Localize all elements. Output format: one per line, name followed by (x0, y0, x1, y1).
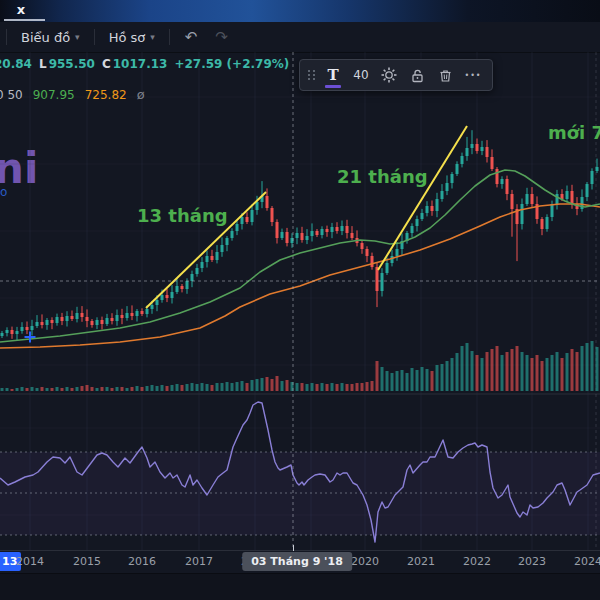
volume-bar (241, 381, 244, 391)
volume-bar (346, 384, 349, 391)
volume-bar (276, 376, 279, 391)
candle-body (251, 210, 254, 222)
volume-bar (406, 373, 409, 391)
axis-year-label: 2024 (574, 555, 600, 568)
text-color-button[interactable]: T (321, 63, 345, 87)
candle-body (231, 231, 234, 238)
volume-bar (131, 387, 134, 391)
candle-body (191, 274, 194, 281)
hide-indicator-icon[interactable]: ø (137, 87, 145, 102)
candle-body (411, 226, 414, 233)
volume-bar (171, 385, 174, 391)
candle-body (546, 217, 549, 229)
volume-bar (51, 388, 54, 391)
ohlc-value: 955.50 (49, 57, 95, 71)
candle-body (346, 226, 349, 233)
volume-bar (226, 382, 229, 391)
candle-body (486, 147, 489, 157)
volume-bar (516, 346, 519, 391)
volume-bar (531, 358, 534, 391)
volume-bar (266, 377, 269, 391)
candle-body (501, 179, 504, 184)
text-annotation[interactable]: 13 tháng (137, 205, 228, 226)
volume-bar (526, 355, 529, 391)
window-bottom-padding (0, 573, 600, 600)
candle-body (81, 313, 84, 317)
candle-body (276, 222, 279, 238)
volume-bar (396, 371, 399, 391)
volume-bar (431, 371, 434, 391)
candle-body (266, 196, 269, 208)
candle-body (166, 295, 169, 298)
candle-body (141, 311, 144, 314)
volume-bar (541, 361, 544, 391)
volume-bar (201, 383, 204, 391)
more-options-button[interactable]: ••• (461, 63, 485, 87)
volume-bar (521, 352, 524, 391)
candle-body (416, 219, 419, 226)
candle-body (446, 183, 449, 191)
candle-body (71, 316, 74, 319)
volume-bar (41, 387, 44, 391)
candle-body (426, 206, 429, 213)
volume-bar (336, 384, 339, 391)
text-annotation[interactable]: 21 tháng (337, 166, 428, 187)
axis-year-label: 2021 (407, 555, 435, 568)
time-axis[interactable]: 13 2014201520162017201820192020202120222… (0, 550, 600, 574)
axis-year-label: 2017 (185, 555, 213, 568)
lock-button[interactable] (405, 63, 429, 87)
settings-button[interactable] (377, 63, 401, 87)
volume-bar (441, 364, 444, 391)
volume-bar (451, 358, 454, 391)
candle-body (56, 317, 59, 323)
volume-bar (581, 346, 584, 391)
volume-bar (411, 368, 414, 391)
volume-bar (91, 387, 94, 391)
volume-bar (481, 358, 484, 391)
volume-bar (46, 388, 49, 391)
drag-handle-icon[interactable] (307, 63, 317, 87)
volume-bar (126, 388, 129, 391)
volume-bar (466, 343, 469, 391)
volume-bar (261, 378, 264, 391)
candle-body (221, 245, 224, 252)
volume-bar (161, 385, 164, 391)
delete-button[interactable] (433, 63, 457, 87)
volume-bar (321, 383, 324, 391)
volume-bar (116, 387, 119, 391)
candle-body (11, 330, 14, 334)
candle-body (131, 313, 134, 316)
volume-bar (316, 384, 319, 391)
ohlc-label: C (102, 57, 111, 71)
ma-slow-line (0, 204, 600, 348)
candle-body (461, 156, 464, 164)
volume-bar (351, 384, 354, 391)
volume-bar (341, 383, 344, 391)
candle-body (591, 171, 594, 184)
volume-bar (311, 383, 314, 391)
volume-bar (301, 383, 304, 391)
axis-year-label: 2014 (16, 555, 44, 568)
volume-bar (156, 386, 159, 391)
candle-body (381, 273, 384, 291)
candle-body (541, 219, 544, 229)
volume-bar (366, 382, 369, 391)
volume-bar (486, 352, 489, 391)
candle-body (246, 217, 249, 222)
candle-body (396, 249, 399, 256)
volume-bar (196, 384, 199, 391)
candle-body (386, 263, 389, 273)
font-size-button[interactable]: 40 (349, 63, 373, 87)
volume-bar (371, 381, 374, 391)
candle-body (106, 318, 109, 324)
text-annotation[interactable]: mới 7 (548, 122, 600, 143)
candle-body (86, 317, 89, 321)
candle-body (146, 309, 149, 314)
volume-bar (111, 388, 114, 391)
volume-bar (361, 383, 364, 391)
volume-bar (216, 383, 219, 391)
volume-bar (21, 387, 24, 391)
volume-bar (306, 384, 309, 391)
candle-body (176, 286, 179, 292)
text-tool-icon: T (327, 66, 338, 84)
